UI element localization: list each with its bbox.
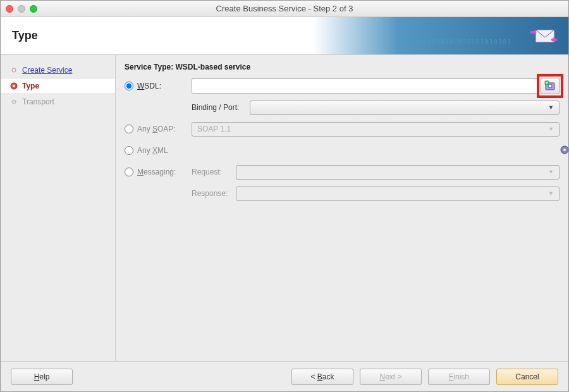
chevron-down-icon: ▼ — [548, 169, 554, 175]
request-type-dropdown: ▼ — [236, 165, 560, 180]
window-close-button[interactable] — [6, 5, 13, 13]
binding-port-label: Binding / Port: — [192, 103, 250, 112]
main-panel: Service Type: WSDL-based service WSDL: — [116, 55, 568, 361]
chevron-down-icon: ▼ — [548, 126, 554, 132]
radio-any-xml[interactable] — [125, 146, 133, 155]
browse-wsdl-button[interactable] — [541, 78, 560, 94]
window-minimize-button[interactable] — [18, 5, 25, 13]
help-button[interactable]: Help — [11, 369, 73, 385]
wsdl-path-input[interactable] — [192, 78, 538, 94]
radio-messaging[interactable] — [125, 168, 133, 176]
svg-point-4 — [12, 100, 16, 104]
next-button: Next > — [360, 369, 422, 385]
dropdown-value: SOAP 1.1 — [197, 125, 231, 133]
request-label: Request: — [192, 168, 236, 176]
gear-icon[interactable] — [560, 145, 569, 157]
step-dot-icon — [9, 67, 18, 73]
cancel-button[interactable]: Cancel — [496, 369, 558, 385]
response-type-dropdown: ▼ — [236, 187, 560, 201]
wizard-steps-sidebar: Create Service Type Transport — [1, 55, 116, 361]
radio-any-soap-label: Any SOAP: — [137, 125, 176, 133]
finish-button: Finish — [428, 369, 490, 385]
svg-point-3 — [13, 85, 15, 87]
radio-any-soap[interactable] — [125, 125, 133, 133]
wizard-banner: Type 01010101010101010101010101 — [1, 17, 568, 55]
svg-point-1 — [12, 68, 16, 72]
browse-resource-icon — [544, 80, 556, 92]
page-title: Type — [12, 29, 38, 42]
sidebar-item-label: Transport — [22, 97, 54, 106]
wizard-footer: Help < Back Next > Finish Cancel — [1, 361, 568, 391]
window-title: Create Business Service - Step 2 of 3 — [1, 4, 568, 13]
sidebar-item-type[interactable]: Type — [1, 78, 115, 94]
section-title: Service Type: WSDL-based service — [125, 63, 560, 71]
soap-version-dropdown: SOAP 1.1 ▼ — [192, 122, 560, 137]
sidebar-item-label: Type — [22, 82, 39, 90]
chevron-down-icon: ▼ — [548, 104, 554, 111]
step-current-icon — [9, 82, 18, 90]
binding-port-dropdown[interactable]: ▼ — [250, 101, 560, 115]
back-button[interactable]: < Back — [291, 369, 353, 385]
sidebar-item-create-service[interactable]: Create Service — [1, 63, 115, 78]
sidebar-item-label: Create Service — [22, 66, 72, 75]
radio-any-xml-label: Any XML — [137, 146, 168, 155]
btn-text: elp — [39, 372, 49, 381]
envelope-icon — [527, 23, 558, 51]
radio-wsdl[interactable] — [125, 82, 133, 90]
chevron-down-icon: ▼ — [548, 190, 554, 197]
radio-wsdl-label: WSDL: — [137, 82, 161, 90]
step-pending-icon — [9, 99, 18, 105]
sidebar-item-transport: Transport — [1, 94, 115, 109]
response-label: Response: — [192, 189, 236, 198]
radio-messaging-label: Messaging: — [137, 168, 176, 176]
svg-point-11 — [563, 149, 566, 151]
banner-decoration-text: 01010101010101010101010101 — [396, 39, 511, 46]
window-zoom-button[interactable] — [30, 5, 37, 13]
titlebar: Create Business Service - Step 2 of 3 — [1, 1, 568, 17]
